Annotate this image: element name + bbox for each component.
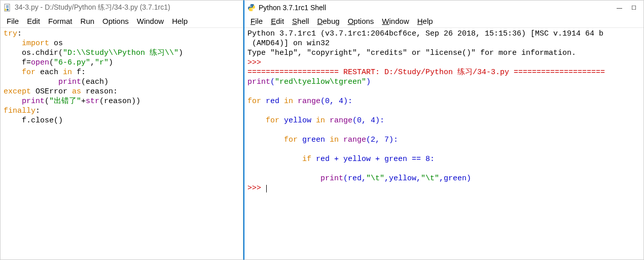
window-controls: — ☐: [617, 5, 636, 11]
shell-window: Python 3.7.1rc1 Shell — ☐ File Edit Shel…: [243, 0, 644, 260]
menu-file[interactable]: File: [247, 16, 266, 26]
menu-shell[interactable]: Shell: [289, 16, 312, 26]
menu-help[interactable]: Help: [414, 16, 436, 26]
svg-point-1: [5, 9, 7, 11]
editor-window: 34-3.py - D:/Study/Python 练习/34-3.py (3.…: [0, 0, 243, 260]
menu-window[interactable]: Window: [379, 16, 412, 26]
shell-menubar: File Edit Shell Debug Options Window Hel…: [244, 15, 643, 28]
editor-title: 34-3.py - D:/Study/Python 练习/34-3.py (3.…: [15, 3, 240, 12]
python-shell-icon: [247, 4, 256, 12]
shell-titlebar[interactable]: Python 3.7.1rc1 Shell — ☐: [244, 1, 643, 15]
shell-banner-line: (AMD64)] on win32: [247, 39, 330, 48]
menu-options[interactable]: Options: [345, 16, 377, 26]
shell-code-line: print(red,"\t",yellow,"\t",green): [247, 174, 471, 183]
menu-help[interactable]: Help: [169, 16, 191, 26]
python-file-icon: [4, 4, 12, 12]
shell-code-line: print("red\tyellow\tgreen"): [247, 78, 371, 86]
editor-titlebar[interactable]: 34-3.py - D:/Study/Python 练习/34-3.py (3.…: [1, 1, 243, 15]
shell-code-line: if red + yellow + green == 8:: [247, 155, 435, 164]
shell-code-line: for red in range(0, 4):: [247, 97, 352, 106]
svg-point-3: [250, 5, 251, 6]
minimize-button[interactable]: —: [617, 5, 622, 11]
shell-title: Python 3.7.1rc1 Shell: [259, 4, 617, 12]
shell-prompt: >>>: [247, 58, 266, 67]
shell-content[interactable]: Python 3.7.1rc1 (v3.7.1rc1:2064bcf6ce, S…: [244, 28, 643, 259]
shell-code-line: for green in range(2, 7):: [247, 136, 398, 144]
menu-edit[interactable]: Edit: [24, 16, 43, 26]
menu-window[interactable]: Window: [134, 16, 167, 26]
shell-code-line: for yellow in range(0, 4):: [247, 116, 384, 125]
editor-menubar: File Edit Format Run Options Window Help: [1, 15, 243, 28]
menu-run[interactable]: Run: [78, 16, 98, 26]
menu-options[interactable]: Options: [99, 16, 132, 26]
shell-banner-line: Type "help", "copyright", "credits" or "…: [247, 49, 576, 57]
menu-edit[interactable]: Edit: [268, 16, 287, 26]
menu-debug[interactable]: Debug: [314, 16, 342, 26]
shell-prompt: >>>: [247, 184, 266, 192]
shell-banner-line: Python 3.7.1rc1 (v3.7.1rc1:2064bcf6ce, S…: [247, 29, 603, 38]
editor-content[interactable]: try: import os os.chdir("D:\\Study\\Pyth…: [1, 28, 243, 259]
menu-format[interactable]: Format: [45, 16, 76, 26]
shell-restart-line: ==================== RESTART: D:/Study/P…: [247, 68, 605, 77]
svg-point-4: [252, 10, 253, 11]
menu-file[interactable]: File: [4, 16, 22, 26]
maximize-button[interactable]: ☐: [631, 5, 636, 11]
svg-point-2: [7, 9, 9, 11]
text-cursor: [266, 185, 267, 192]
